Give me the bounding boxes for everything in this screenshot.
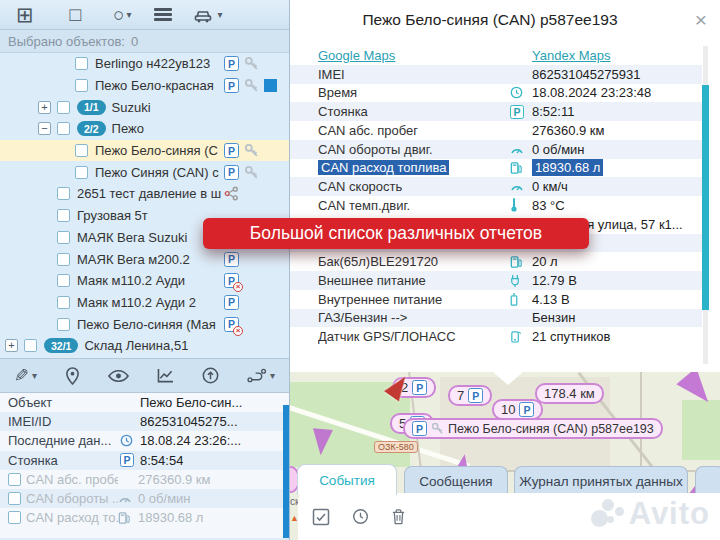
map-pin-icon — [65, 367, 80, 385]
unit-info-popup: Пежо Бело-синяя (CAN) p587ee193 × Google… — [290, 0, 720, 372]
tab-messages[interactable]: Сообщения — [404, 466, 508, 496]
info-row-tank: Бак(65л)BLE291720 20 л — [290, 252, 702, 271]
checkbox[interactable] — [57, 274, 70, 287]
checkbox[interactable] — [75, 79, 88, 92]
tree-item[interactable]: Пежо Бело-синяя (Мая P× — [0, 313, 289, 335]
eye-icon — [108, 369, 129, 383]
plug-icon — [510, 274, 520, 287]
add-unit-button[interactable]: ⊞ — [16, 4, 34, 25]
map-marker-10[interactable]: 10 P — [492, 399, 543, 420]
shape-select-button[interactable]: □ — [70, 5, 81, 24]
parking-icon: P — [224, 295, 239, 310]
track-color-swatch[interactable] — [264, 79, 277, 92]
thermometer-icon — [510, 198, 518, 212]
gauge-icon — [510, 181, 524, 192]
map-marker-7[interactable]: 7 P — [448, 385, 492, 406]
close-icon[interactable]: × — [695, 9, 707, 30]
detail-row-can-fuel: CAN расход то... 18930.68 л — [0, 508, 289, 527]
chevron-down-icon: ▾ — [270, 370, 275, 381]
map-vehicle-label[interactable]: P Пежо Бело-синяя (CAN) p587ee193 — [403, 418, 663, 439]
tree-item-selected[interactable]: Пежо Бело-синяя (С P — [0, 140, 289, 162]
checkbox[interactable] — [75, 166, 88, 179]
circle-select-button[interactable]: ○▾ — [113, 5, 132, 24]
tree-item[interactable]: Пежо Синяя (CAN) с P — [0, 161, 289, 183]
tree-item[interactable]: Пежо Бело-красная P — [0, 75, 289, 97]
tree-item[interactable]: 2651 тест давление в ш — [0, 183, 289, 205]
expand-toggle[interactable]: + — [38, 101, 51, 114]
unit-details: Объект Пежо Бело-син... IMEI/ID 86253104… — [0, 393, 289, 538]
checkbox[interactable] — [8, 492, 21, 505]
routes-button[interactable]: ▾ — [247, 368, 275, 383]
popup-callout-notch — [492, 371, 524, 385]
info-row-gps-sensor: Датчик GPS/ГЛОНАСС 21 спутников — [290, 327, 702, 346]
info-row-can-mileage: CAN абс. пробег 276360.9 км — [290, 121, 702, 140]
info-row-gas-petrol: ГАЗ/Бензин --> Бензин — [290, 309, 702, 328]
fuel-icon — [510, 161, 522, 174]
google-maps-link[interactable]: Google Maps — [318, 48, 395, 63]
gauge-icon — [510, 144, 524, 155]
detail-row-lastdata: Последние дан... 18.08.24 23:26:... — [0, 431, 289, 450]
detail-row-can-rpm: CAN обороты ... 0 об/мин — [0, 489, 289, 508]
trash-icon[interactable] — [391, 508, 406, 525]
detail-row-parking: Стоянка P 8:54:54 — [0, 451, 289, 470]
tree-item[interactable]: МАЯК Вега м200.2 P — [0, 248, 289, 270]
fuel-icon — [510, 255, 522, 268]
visibility-button[interactable] — [108, 369, 129, 383]
parking-icon: P — [412, 421, 427, 436]
info-row-can-temp: CAN темп.двиг. 83 °C — [290, 196, 702, 215]
select-all-checkbox-icon[interactable] — [312, 508, 330, 526]
collapse-toggle[interactable]: − — [38, 122, 51, 135]
details-scrollbar-thumb[interactable] — [283, 405, 289, 538]
popup-scrollbar-thumb[interactable] — [702, 85, 709, 310]
tab-events[interactable]: События — [297, 464, 397, 495]
info-row-can-fuel: CAN расход топлива 18930.68 л — [290, 159, 702, 178]
checkbox[interactable] — [57, 101, 70, 114]
checkbox[interactable] — [57, 296, 70, 309]
parking-error-icon: P× — [224, 317, 239, 332]
checkbox[interactable] — [8, 511, 21, 524]
tree-item[interactable]: Маяк м110.2 Ауди 2 P — [0, 292, 289, 314]
detail-row-imei: IMEI/ID 862531045275... — [0, 412, 289, 431]
tree-item[interactable]: Berlingo н422ув123 P — [0, 53, 289, 75]
send-command-button[interactable] — [202, 367, 219, 384]
checkbox[interactable] — [57, 231, 70, 244]
info-row-ext-power: Внешнее питание 12.79 В — [290, 271, 702, 290]
upload-circle-icon — [202, 367, 219, 384]
tab-data-log[interactable]: Журнал принятых данных — [514, 466, 688, 496]
checkbox[interactable] — [75, 144, 88, 157]
tree-group[interactable]: + 1/1 Suzuki — [0, 96, 289, 118]
tree-group[interactable]: − 2/2 Пежо — [0, 118, 289, 140]
tab-next[interactable] — [695, 466, 720, 496]
parking-error-icon: P× — [224, 273, 239, 288]
route-arrow-icon — [311, 428, 333, 456]
checkbox[interactable] — [57, 318, 70, 331]
list-view-button[interactable] — [154, 6, 172, 24]
checkbox[interactable] — [57, 122, 70, 135]
gps-tracking-app: 2 P 7 P 10 P 178.4 км 5 P P Пежо Бело-си… — [0, 0, 720, 540]
info-row-can-rpm: CAN обороты двиг. 0 об/мин — [290, 140, 702, 159]
time-filter-icon[interactable] — [352, 508, 369, 525]
expand-toggle[interactable]: + — [5, 339, 18, 352]
yandex-maps-link[interactable]: Yandex Maps — [532, 48, 611, 63]
detail-row-can-mileage: CAN абс. пробег 276360.9 км — [0, 470, 289, 489]
map-distance-label: 178.4 км — [535, 383, 604, 404]
parking-icon: P — [224, 165, 239, 180]
checkbox[interactable] — [8, 473, 21, 486]
parking-icon: P — [468, 388, 483, 403]
marker-count: 7 — [457, 388, 464, 403]
vehicle-filter-button[interactable]: ▾ — [194, 7, 223, 23]
checkbox[interactable] — [57, 253, 70, 266]
checkbox[interactable] — [75, 57, 88, 70]
clock-icon — [510, 86, 523, 99]
locate-button[interactable] — [65, 367, 80, 385]
checkbox[interactable] — [24, 339, 37, 352]
tree-group[interactable]: + 32/1 Склад Ленина,51 — [0, 335, 289, 357]
checkbox[interactable] — [57, 209, 70, 222]
charts-button[interactable] — [157, 368, 174, 383]
info-row-imei: IMEI 862531045275931 — [290, 65, 702, 84]
tree-item[interactable]: Маяк м110.2 Ауди P× — [0, 270, 289, 292]
checkbox[interactable] — [57, 187, 70, 200]
edit-button[interactable]: ✎▾ — [14, 367, 37, 385]
left-panel: ⊞ □ ○▾ ▾ Выбрано объектов:0 Berlingo н42… — [0, 0, 290, 540]
parking-icon: P — [120, 453, 134, 467]
